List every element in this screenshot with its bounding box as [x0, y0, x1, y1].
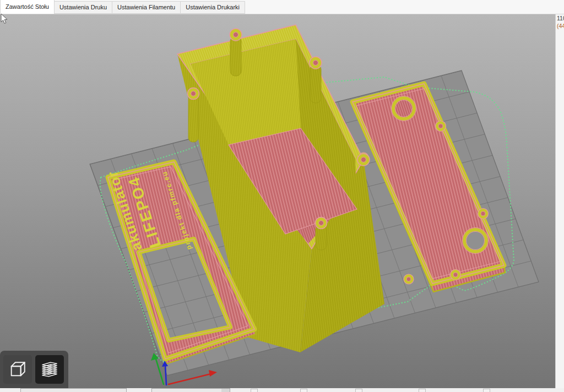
view-mode-toolbar [0, 351, 68, 388]
info-value-secondary: (44 [556, 22, 564, 30]
mouse-cursor-icon [1, 13, 9, 27]
tab-plater[interactable]: Zawartość Stołu [0, 0, 55, 14]
layers-stack-icon [40, 360, 59, 379]
bottom-toolbar [0, 388, 564, 392]
right-info-panel: 110 (44 [555, 14, 564, 388]
display-mode-dropdown[interactable] [151, 388, 230, 392]
display-option-checkbox-5[interactable] [483, 389, 490, 392]
tab-filament-settings[interactable]: Ustawienia Filamentu [112, 1, 181, 14]
display-option-checkbox-1[interactable] [251, 389, 258, 392]
view-layers-button[interactable] [35, 355, 64, 384]
view-3d-button[interactable] [3, 355, 32, 384]
dropdown-arrow-button[interactable] [221, 389, 230, 392]
preview-3d-canvas[interactable]: akumulator LIFEPO4 projekt dla pfmrc.eu [0, 14, 555, 388]
info-value-size: 110 [556, 14, 564, 22]
cube-icon [8, 360, 27, 379]
display-option-checkbox-3[interactable] [355, 389, 362, 392]
slicer-window: Zawartość Stołu Ustawienia Druku Ustawie… [0, 0, 564, 392]
tab-print-settings[interactable]: Ustawienia Druku [54, 1, 112, 14]
tab-bar: Zawartość Stołu Ustawienia Druku Ustawie… [0, 0, 564, 14]
display-option-checkbox-4[interactable] [419, 389, 426, 392]
tab-printer-settings[interactable]: Ustawienia Drukarki [180, 1, 245, 14]
layer-slider[interactable] [20, 388, 127, 392]
display-option-checkbox-2[interactable] [300, 389, 307, 392]
